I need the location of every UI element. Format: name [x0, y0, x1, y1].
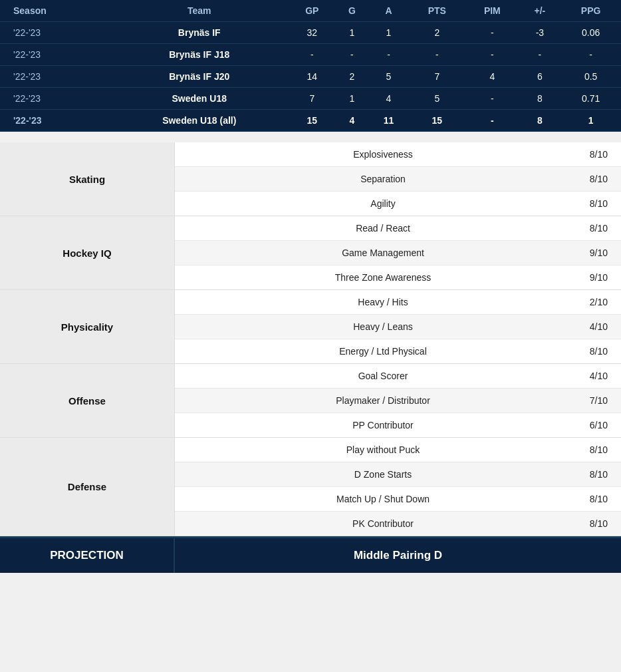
stats-cell: 14	[289, 66, 335, 88]
stats-cell: 8	[519, 88, 561, 110]
skill-name: Separation	[188, 174, 578, 184]
skill-item: Three Zone Awareness9/10	[175, 265, 621, 289]
stats-cell: 4	[335, 110, 368, 132]
skill-score: 9/10	[578, 248, 608, 258]
stats-row: '22-'23Sweden U187145-80.71	[0, 88, 621, 110]
skill-item: Explosiveness8/10	[175, 142, 621, 167]
stats-header-g: G	[335, 0, 368, 22]
stats-row: '22-'23Brynäs IF32112--30.06	[0, 22, 621, 44]
skill-name: Energy / Ltd Physical	[188, 346, 578, 357]
stats-header-gp: GP	[289, 0, 335, 22]
skill-item: D Zone Starts8/10	[175, 462, 621, 487]
stats-cell: -	[289, 44, 335, 66]
stats-table: SeasonTeamGPGAPTSPIM+/-PPG '22-'23Brynäs…	[0, 0, 621, 132]
stats-cell: Sweden U18	[110, 88, 289, 110]
stats-cell: 4	[368, 88, 408, 110]
stats-header-pts: PTS	[409, 0, 466, 22]
skill-item: Play without Puck8/10	[175, 438, 621, 462]
stats-cell: Sweden U18 (all)	[110, 110, 289, 132]
stats-cell: '22-'23	[0, 110, 110, 132]
skill-item: Heavy / Leans4/10	[175, 315, 621, 339]
stats-cell: 8	[519, 110, 561, 132]
stats-cell: 1	[368, 22, 408, 44]
stats-cell: 32	[289, 22, 335, 44]
stats-cell: 5	[409, 88, 466, 110]
category-group-defense: DefensePlay without Puck8/10D Zone Start…	[0, 438, 621, 536]
stats-cell: -	[335, 44, 368, 66]
stats-row: '22-'23Sweden U18 (all)1541115-81	[0, 110, 621, 132]
skill-item: Energy / Ltd Physical8/10	[175, 339, 621, 363]
stats-cell: 1	[335, 88, 368, 110]
skill-score: 8/10	[578, 346, 608, 357]
category-group-offense: OffenseGoal Scorer4/10Playmaker / Distri…	[0, 364, 621, 438]
stats-header-pim: PIM	[465, 0, 519, 22]
stats-cell: Brynäs IF J20	[110, 66, 289, 88]
skill-score: 8/10	[578, 469, 608, 480]
category-label: Physicality	[0, 290, 175, 363]
stats-cell: 2	[335, 66, 368, 88]
stats-header-team: Team	[110, 0, 289, 22]
skill-item: PP Contributor6/10	[175, 413, 621, 437]
skill-item: Match Up / Shut Down8/10	[175, 487, 621, 512]
skill-score: 9/10	[578, 272, 608, 283]
skills-block: Heavy / Hits2/10Heavy / Leans4/10Energy …	[175, 290, 621, 363]
category-label: Defense	[0, 438, 175, 536]
skill-name: Match Up / Shut Down	[188, 494, 578, 504]
stats-row: '22-'23Brynäs IF J2014257460.5	[0, 66, 621, 88]
stats-cell: 0.06	[560, 22, 621, 44]
stats-cell: -	[465, 22, 519, 44]
skill-item: Agility8/10	[175, 192, 621, 216]
skill-item: PK Contributor8/10	[175, 512, 621, 536]
stats-cell: -	[465, 88, 519, 110]
skill-name: Heavy / Hits	[188, 297, 578, 307]
skill-item: Separation8/10	[175, 167, 621, 192]
stats-cell: Brynäs IF	[110, 22, 289, 44]
skill-score: 8/10	[578, 198, 608, 209]
skill-name: Read / React	[188, 223, 578, 234]
skill-score: 8/10	[578, 174, 608, 184]
skills-block: Read / React8/10Game Management9/10Three…	[175, 216, 621, 289]
stats-header-a: A	[368, 0, 408, 22]
projection-value: Middle Pairing D	[175, 538, 621, 573]
category-label: Skating	[0, 142, 175, 216]
skill-score: 8/10	[578, 149, 608, 160]
skill-item: Playmaker / Distributor7/10	[175, 389, 621, 413]
skill-score: 8/10	[578, 518, 608, 529]
stats-cell: '22-'23	[0, 22, 110, 44]
stats-cell: 1	[560, 110, 621, 132]
stats-cell: 7	[289, 88, 335, 110]
category-group-hockey-iq: Hockey IQRead / React8/10Game Management…	[0, 216, 621, 290]
skill-name: Play without Puck	[188, 444, 578, 455]
stats-header-ppg: PPG	[560, 0, 621, 22]
skill-name: Agility	[188, 198, 578, 209]
stats-cell: '22-'23	[0, 66, 110, 88]
stats-cell: 7	[409, 66, 466, 88]
stats-header-season: Season	[0, 0, 110, 22]
skill-score: 6/10	[578, 420, 608, 430]
stats-cell: 15	[409, 110, 466, 132]
category-group-skating: SkatingExplosiveness8/10Separation8/10Ag…	[0, 142, 621, 216]
skills-block: Explosiveness8/10Separation8/10Agility8/…	[175, 142, 621, 216]
stats-cell: 0.71	[560, 88, 621, 110]
skill-item: Goal Scorer4/10	[175, 364, 621, 389]
stats-cell: -	[560, 44, 621, 66]
skill-name: PP Contributor	[188, 420, 578, 430]
skill-item: Game Management9/10	[175, 241, 621, 265]
stats-cell: 6	[519, 66, 561, 88]
stats-cell: 2	[409, 22, 466, 44]
stats-cell: 0.5	[560, 66, 621, 88]
skill-name: Goal Scorer	[188, 371, 578, 381]
stats-cell: '22-'23	[0, 88, 110, 110]
skill-score: 4/10	[578, 371, 608, 381]
stats-cell: 1	[335, 22, 368, 44]
skill-name: Playmaker / Distributor	[188, 395, 578, 406]
stats-cell: -	[519, 44, 561, 66]
skill-name: PK Contributor	[188, 518, 578, 529]
stats-header-+-: +/-	[519, 0, 561, 22]
projection-bar: PROJECTION Middle Pairing D	[0, 536, 621, 573]
skill-name: Explosiveness	[188, 149, 578, 160]
stats-row: '22-'23Brynäs IF J18-------	[0, 44, 621, 66]
skill-score: 7/10	[578, 395, 608, 406]
skill-item: Read / React8/10	[175, 216, 621, 241]
ratings-section: SkatingExplosiveness8/10Separation8/10Ag…	[0, 142, 621, 536]
